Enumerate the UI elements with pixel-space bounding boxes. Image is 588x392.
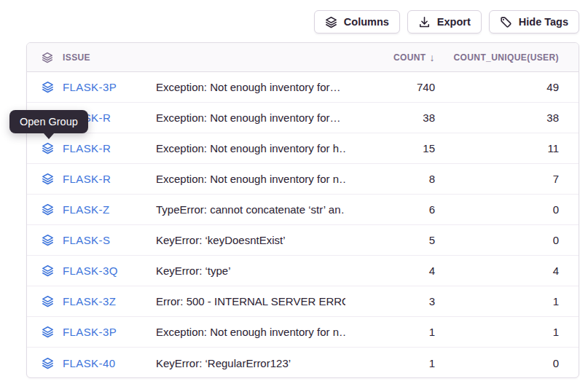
issue-header-label: ISSUE (63, 52, 90, 63)
issue-link[interactable]: FLASK-R (63, 173, 111, 185)
layers-icon[interactable] (42, 295, 54, 307)
hide-tags-button-label: Hide Tags (519, 16, 568, 28)
issue-message: Exception: Not enough inventory for… (156, 111, 345, 124)
issue-message: KeyError: ‘keyDoesntExist’ (156, 234, 345, 246)
hide-tags-button[interactable]: Hide Tags (489, 10, 579, 34)
issue-link[interactable]: FLASK-3Z (63, 295, 116, 307)
toolbar: Columns Export Hide Tags (314, 10, 579, 34)
count-unique-value: 4 (455, 264, 579, 277)
columns-button-label: Columns (344, 16, 389, 28)
count-unique-value: 0 (455, 234, 579, 246)
layers-icon[interactable] (42, 142, 54, 154)
tooltip-arrow (44, 133, 54, 139)
table-row: FLASK-S KeyError: ‘keyDoesntExist’ 5 0 (27, 225, 579, 256)
count-value: 1 (345, 357, 455, 369)
layers-icon[interactable] (42, 326, 54, 338)
count-unique-value: 1 (455, 295, 579, 307)
table-row: FLASK-3P Exception: Not enough inventory… (27, 317, 579, 348)
tooltip-open-group: Open Group (9, 110, 88, 133)
issue-message: KeyError: ‘RegularError123’ (156, 357, 345, 369)
table-row: FLASK-40 KeyError: ‘RegularError123’ 1 0 (27, 348, 579, 378)
issue-cell: FLASK-R (27, 173, 156, 185)
count-value: 15 (345, 142, 455, 154)
download-icon (418, 16, 431, 28)
issue-link[interactable]: FLASK-Z (63, 203, 109, 216)
issue-cell: FLASK-R (27, 142, 156, 154)
count-unique-value: 1 (455, 326, 579, 338)
table-row: FLASK-3Z Error: 500 - INTERNAL SERVER ER… (27, 286, 579, 317)
count-unique-header-label: COUNT_UNIQUE(USER) (453, 52, 559, 63)
issue-cell: FLASK-S (27, 234, 156, 246)
count-unique-value: 0 (455, 203, 579, 216)
issue-cell: FLASK-40 (27, 357, 156, 369)
columns-button[interactable]: Columns (314, 10, 400, 34)
issue-link[interactable]: FLASK-40 (63, 357, 115, 369)
layers-icon[interactable] (42, 173, 54, 185)
issue-link[interactable]: FLASK-R (63, 142, 111, 154)
table-row: FLASK-Z TypeError: cannot concatenate ‘s… (27, 195, 579, 225)
count-value: 6 (345, 203, 455, 216)
table-row: FLASK-R Exception: Not enough inventory … (27, 164, 579, 195)
layers-icon (42, 52, 53, 63)
issue-cell: FLASK-3P (27, 326, 156, 338)
table-row: FLASK-3Q KeyError: ‘type’ 4 4 (27, 256, 579, 286)
layers-icon[interactable] (42, 357, 54, 369)
issue-cell: FLASK-3Q (27, 264, 156, 277)
count-unique-value: 49 (455, 81, 579, 93)
table-body: FLASK-3P Exception: Not enough inventory… (27, 72, 579, 378)
issue-message: Error: 500 - INTERNAL SERVER ERROR (156, 295, 345, 307)
layers-icon[interactable] (42, 203, 54, 216)
issue-message: Exception: Not enough inventory for… (156, 81, 345, 93)
issue-cell: FLASK-3Z (27, 295, 156, 307)
issue-message: Exception: Not enough inventory for h… (156, 142, 345, 154)
export-button[interactable]: Export (407, 10, 482, 34)
issue-link[interactable]: FLASK-3P (63, 81, 117, 93)
layers-icon (325, 16, 337, 28)
sort-desc-icon: ↓ (430, 52, 435, 63)
issue-message: TypeError: cannot concatenate ‘str’ an… (156, 203, 345, 216)
issue-cell: FLASK-Z (27, 203, 156, 216)
count-value: 4 (345, 264, 455, 277)
table-row: FLASK-R Exception: Not enough inventory … (27, 103, 579, 133)
count-unique-value: 38 (455, 111, 579, 124)
layers-icon[interactable] (42, 234, 54, 246)
layers-icon[interactable] (42, 81, 54, 93)
count-value: 5 (345, 234, 455, 246)
column-header-issue[interactable]: ISSUE (27, 52, 156, 63)
count-unique-value: 0 (455, 357, 579, 369)
tag-icon (500, 16, 512, 28)
count-header-label: COUNT (393, 52, 426, 63)
issue-link[interactable]: FLASK-S (63, 234, 110, 246)
count-value: 38 (345, 111, 455, 124)
column-header-count[interactable]: COUNT ↓ (345, 52, 455, 63)
layers-icon[interactable] (42, 264, 54, 277)
table-header: ISSUE COUNT ↓ COUNT_UNIQUE(USER) (27, 43, 579, 72)
count-value: 8 (345, 173, 455, 185)
issue-message: Exception: Not enough inventory for n… (156, 326, 345, 338)
results-table: ISSUE COUNT ↓ COUNT_UNIQUE(USER) FLASK-3… (26, 42, 579, 378)
table-row: FLASK-R Exception: Not enough inventory … (27, 133, 579, 164)
issue-message: KeyError: ‘type’ (156, 264, 345, 277)
export-button-label: Export (437, 16, 471, 28)
count-value: 3 (345, 295, 455, 307)
issue-cell: FLASK-3P (27, 81, 156, 93)
count-unique-value: 7 (455, 173, 579, 185)
count-value: 740 (345, 81, 455, 93)
table-row: FLASK-3P Exception: Not enough inventory… (27, 72, 579, 103)
count-value: 1 (345, 326, 455, 338)
tooltip-label: Open Group (20, 116, 78, 128)
issue-message: Exception: Not enough inventory for n… (156, 173, 345, 185)
issue-link[interactable]: FLASK-3P (63, 326, 117, 338)
count-unique-value: 11 (455, 142, 579, 154)
issue-link[interactable]: FLASK-3Q (63, 264, 118, 277)
column-header-count-unique[interactable]: COUNT_UNIQUE(USER) (455, 52, 579, 63)
